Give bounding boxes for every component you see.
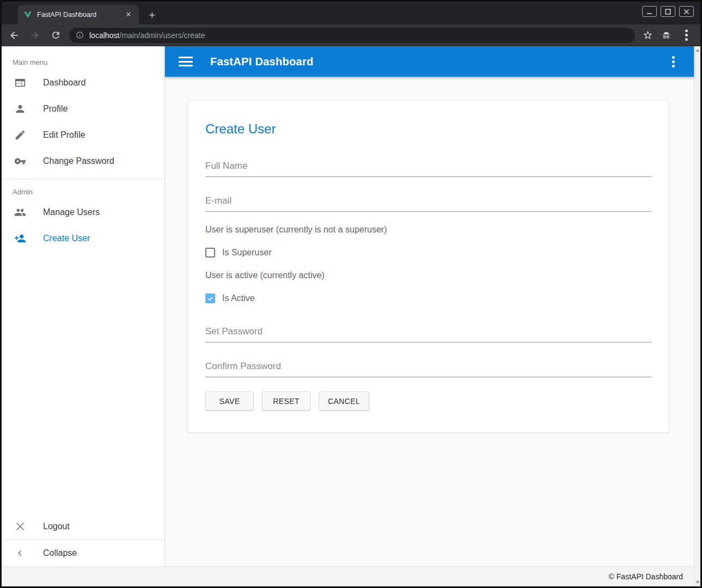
active-checkbox[interactable]	[205, 293, 215, 303]
sidebar-section-main-menu: Main menu	[2, 46, 164, 70]
sidebar-item-label: Dashboard	[43, 78, 86, 88]
create-user-card: Create User User is superuser (currently…	[187, 100, 669, 433]
sidebar-section-admin: Admin	[2, 179, 164, 199]
person-icon	[14, 102, 27, 115]
sidebar-item-change-password[interactable]: Change Password	[2, 148, 164, 174]
vue-logo-icon	[23, 10, 32, 19]
scrollbar-down-icon[interactable]	[695, 581, 700, 584]
chevron-left-icon	[14, 547, 27, 560]
full-name-field-wrap	[205, 161, 651, 177]
sidebar-spacer	[2, 252, 164, 513]
superuser-description: User is superuser (currently is not a su…	[205, 225, 651, 235]
confirm-password-input[interactable]	[205, 361, 651, 377]
tab-title: FastAPI Dashboard	[37, 11, 124, 19]
sidebar-item-label: Logout	[43, 522, 70, 531]
email-field-wrap	[205, 195, 651, 212]
sidebar-item-edit-profile[interactable]: Edit Profile	[2, 122, 164, 148]
reset-button[interactable]: RESET	[262, 391, 310, 411]
confirm-password-field-wrap	[205, 361, 651, 377]
set-password-input[interactable]	[205, 326, 651, 342]
sidebar-item-label: Create User	[43, 234, 90, 243]
active-checkbox-row[interactable]: Is Active	[205, 293, 651, 303]
window-maximize-button[interactable]	[661, 6, 675, 17]
active-checkbox-label: Is Active	[222, 293, 255, 303]
superuser-checkbox-label: Is Superuser	[222, 248, 272, 258]
checkmark-icon	[207, 295, 214, 302]
back-button[interactable]	[6, 27, 22, 44]
window-close-button[interactable]	[679, 6, 694, 17]
browser-window: FastAPI Dashboard ✕ ＋ localhost/main/adm…	[0, 0, 702, 588]
close-icon	[14, 520, 27, 533]
reload-button[interactable]	[47, 27, 64, 44]
app-bar: FastAPI Dashboard	[165, 46, 694, 77]
sidebar-item-label: Manage Users	[43, 207, 100, 217]
tab-strip: FastAPI Dashboard ✕ ＋	[2, 2, 700, 24]
bookmark-star-icon[interactable]	[643, 30, 653, 40]
full-name-input[interactable]	[205, 161, 651, 177]
address-bar[interactable]: localhost/main/admin/users/create	[69, 28, 635, 43]
page-viewport: Main menu Dashboard Profile Edit Profile	[2, 46, 700, 586]
sidebar-item-label: Collapse	[43, 548, 77, 558]
pencil-icon	[14, 128, 27, 142]
form-actions: SAVE RESET CANCEL	[205, 391, 651, 411]
new-tab-button[interactable]: ＋	[144, 7, 160, 22]
app-menu-icon[interactable]	[667, 54, 680, 69]
page-title: Create User	[205, 101, 651, 137]
browser-menu-icon[interactable]	[680, 28, 693, 42]
app-title: FastAPI Dashboard	[210, 56, 314, 68]
set-password-field-wrap	[205, 326, 651, 342]
person-add-icon	[14, 232, 27, 245]
sidebar-item-create-user[interactable]: Create User	[2, 225, 164, 252]
key-icon	[14, 155, 27, 168]
sidebar-item-collapse[interactable]: Collapse	[2, 540, 164, 566]
incognito-icon	[661, 29, 672, 41]
site-info-icon[interactable]	[76, 31, 84, 39]
sidebar: Main menu Dashboard Profile Edit Profile	[2, 46, 165, 566]
sidebar-item-logout[interactable]: Logout	[2, 513, 164, 540]
active-description: User is active (currently active)	[205, 271, 651, 280]
save-button[interactable]: SAVE	[205, 391, 254, 411]
main-content: Create User User is superuser (currently…	[165, 77, 694, 566]
sidebar-item-manage-users[interactable]: Manage Users	[2, 199, 164, 225]
group-icon	[14, 206, 27, 219]
browser-tab[interactable]: FastAPI Dashboard ✕	[18, 5, 139, 24]
scrollbar-up-icon[interactable]	[695, 49, 700, 52]
url-host: localhost	[89, 31, 119, 40]
tab-close-icon[interactable]: ✕	[124, 10, 133, 20]
dashboard-icon	[14, 76, 27, 89]
sidebar-item-label: Edit Profile	[43, 130, 85, 140]
page-footer: © FastAPI Dashboard	[2, 566, 694, 586]
url-path: /main/admin/users/create	[119, 31, 205, 40]
window-minimize-button[interactable]	[642, 6, 657, 17]
sidebar-item-label: Profile	[43, 104, 68, 114]
sidebar-item-profile[interactable]: Profile	[2, 96, 164, 122]
email-input[interactable]	[205, 195, 651, 212]
copyright-text: © FastAPI Dashboard	[609, 572, 683, 581]
url-text: localhost/main/admin/users/create	[89, 31, 205, 40]
forward-button[interactable]	[27, 27, 43, 44]
browser-toolbar: localhost/main/admin/users/create	[2, 24, 700, 46]
page-scrollbar[interactable]	[694, 46, 700, 586]
superuser-checkbox[interactable]	[205, 248, 215, 258]
sidebar-item-label: Change Password	[43, 156, 114, 166]
superuser-checkbox-row[interactable]: Is Superuser	[205, 248, 651, 258]
cancel-button[interactable]: CANCEL	[319, 391, 369, 411]
hamburger-menu-icon[interactable]	[179, 54, 193, 69]
sidebar-item-dashboard[interactable]: Dashboard	[2, 70, 164, 96]
